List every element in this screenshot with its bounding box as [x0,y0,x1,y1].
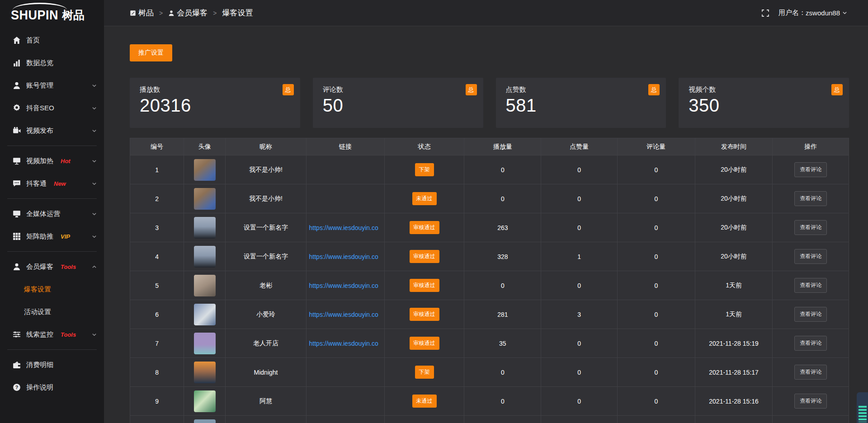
cell-likes: 0 [541,271,618,300]
status-badge: 未通过 [412,395,437,408]
cell-nickname: 小爱玲 [226,300,306,329]
sidebar-item-首页[interactable]: 首页 [0,29,104,52]
cell-link [306,358,384,387]
sidebar: SHUPIN 树品 首页数据总览账号管理抖音SEO视频发布视频加热Hot抖客通N… [0,0,104,423]
table-row: 9阿慧未通过0002021-11-28 15:16查看评论 [130,387,849,416]
sidebar-item-线索监控[interactable]: 线索监控Tools [0,323,104,346]
widget-stripes-decoration [859,406,867,422]
breadcrumb-label: 树品 [138,8,154,18]
stat-card-total-badge: 总 [648,84,660,95]
user-menu[interactable]: 用户名： zswodun88 [778,9,847,17]
videos-table: 编号头像昵称链接状态播放量点赞量评论量发布时间操作 1我不是小帅!下架00020… [130,138,849,423]
status-badge: 下架 [415,163,434,176]
cell-time: 1天前 [695,300,773,329]
cell-likes: 0 [541,329,618,358]
cell-time: 2021-11-28 15:17 [695,358,773,387]
sidebar-item-label: 视频加热 [26,157,53,165]
cell-avatar [184,329,226,358]
breadcrumb-item-树品[interactable]: 树品 [130,8,154,18]
cell-avatar [184,387,226,416]
cell-actions: 查看评论 [773,271,849,300]
sidebar-item-矩阵助推[interactable]: 矩阵助推VIP [0,225,104,248]
cell-status: 未通过 [384,184,464,213]
table-header-row: 编号头像昵称链接状态播放量点赞量评论量发布时间操作 [130,138,849,155]
gear-icon [13,104,21,112]
chevron-down-icon [92,234,97,239]
sidebar-item-视频加热[interactable]: 视频加热Hot [0,150,104,172]
view-comments-button[interactable]: 查看评论 [794,336,827,351]
video-link[interactable]: https://www.iesdouyin.co [307,311,384,318]
cell-avatar [184,300,226,329]
cell-comments: 0 [617,242,695,271]
table-row: 3设置一个新名字https://www.iesdouyin.co审核通过2630… [130,213,849,242]
video-link[interactable]: https://www.iesdouyin.co [307,224,384,231]
view-comments-button[interactable]: 查看评论 [794,220,827,235]
cell-nickname [226,416,306,423]
sidebar-item-账号管理[interactable]: 账号管理 [0,74,104,97]
promo-settings-button[interactable]: 推广设置 [130,44,172,61]
sidebar-item-badge: New [54,180,66,187]
cell-link [306,416,384,423]
cell-nickname: 阿慧 [226,387,306,416]
floating-service-widget[interactable] [857,392,868,423]
breadcrumb-item-爆客设置[interactable]: 爆客设置 [222,8,253,18]
avatar [194,246,216,268]
sidebar-subitem-爆客设置[interactable]: 爆客设置 [0,278,104,301]
stat-card-value: 50 [323,95,473,116]
column-header-昵称: 昵称 [226,138,306,155]
avatar [194,304,216,325]
view-comments-button[interactable]: 查看评论 [794,278,827,293]
breadcrumb-item-会员爆客[interactable]: 会员爆客 [168,8,208,18]
sidebar-item-会员爆客[interactable]: 会员爆客Tools [0,255,104,278]
status-badge: 审核通过 [410,279,439,292]
avatar [194,188,216,210]
sidebar-item-抖客通[interactable]: 抖客通New [0,172,104,195]
avatar [194,333,216,354]
view-comments-button[interactable]: 查看评论 [794,365,827,380]
cell-nickname: 我不是小帅! [226,155,306,184]
cell-likes: 0 [541,184,618,213]
avatar [194,419,216,423]
sidebar-item-数据总览[interactable]: 数据总览 [0,52,104,74]
sidebar-item-label: 首页 [26,36,40,45]
cell-plays: 0 [464,387,541,416]
sidebar-item-label: 矩阵助推 [26,232,53,241]
cell-plays: 263 [464,213,541,242]
sidebar-item-操作说明[interactable]: ?操作说明 [0,376,104,399]
fullscreen-icon[interactable] [761,9,769,17]
cell-time: 20小时前 [695,213,773,242]
member-icon [13,263,21,271]
sidebar-item-消费明细[interactable]: 消费明细 [0,353,104,376]
view-comments-button[interactable]: 查看评论 [794,249,827,264]
app-logo[interactable]: SHUPIN 树品 [0,0,104,26]
cell-plays: 35 [464,329,541,358]
cell-comments: 0 [617,300,695,329]
sidebar-item-视频发布[interactable]: 视频发布 [0,119,104,142]
chevron-down-icon [92,128,97,133]
view-comments-button[interactable]: 查看评论 [794,394,827,409]
video-link[interactable]: https://www.iesdouyin.co [307,340,384,347]
sidebar-item-抖音SEO[interactable]: 抖音SEO [0,97,104,119]
view-comments-button[interactable]: 查看评论 [794,162,827,177]
table-row: 4设置一个新名字https://www.iesdouyin.co审核通过3281… [130,242,849,271]
cell-plays: 0 [464,184,541,213]
stat-cards: 播放数20316总评论数50总点赞数581总视频个数350总 [130,78,849,128]
cell-actions [773,416,849,423]
cell-comments [617,416,695,423]
video-link[interactable]: https://www.iesdouyin.co [307,253,384,260]
sidebar-nav: 首页数据总览账号管理抖音SEO视频发布视频加热Hot抖客通New全媒体运营矩阵助… [0,26,104,399]
table-row: 8Midnight下架0002021-11-28 15:17查看评论 [130,358,849,387]
cell-id: 2 [130,184,184,213]
view-comments-button[interactable]: 查看评论 [794,191,827,206]
view-comments-button[interactable]: 查看评论 [794,307,827,322]
sidebar-subitem-活动设置[interactable]: 活动设置 [0,301,104,323]
cell-actions: 查看评论 [773,387,849,416]
chevron-up-icon [92,264,97,269]
svg-text:?: ? [15,385,19,390]
cell-avatar [184,155,226,184]
sidebar-item-全媒体运营[interactable]: 全媒体运营 [0,202,104,225]
cell-id [130,416,184,423]
cell-plays: 281 [464,300,541,329]
cell-link: https://www.iesdouyin.co [306,329,384,358]
video-link[interactable]: https://www.iesdouyin.co [307,282,384,289]
